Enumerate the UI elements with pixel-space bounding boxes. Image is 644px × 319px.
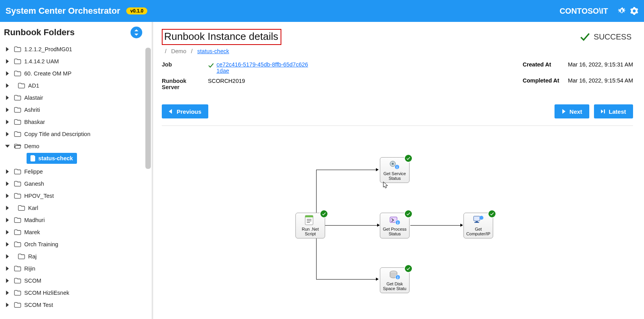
folder-row[interactable]: Ganesh [4,177,148,190]
folder-row[interactable]: AD1 [4,79,148,91]
previous-button[interactable]: Previous [162,104,208,118]
breadcrumb-leaf-link[interactable]: status-check [197,48,229,54]
folder-row[interactable]: SCOM HizliEsnek [4,287,148,299]
app-title: System Center Orchestrator [5,6,120,16]
top-bar: System Center Orchestrator v0.1.0 CONTOS… [0,0,644,22]
folder-row[interactable]: Demo [4,140,148,152]
page-title: Runbook Instance details [162,29,281,45]
workflow-canvas[interactable]: Run .Net Script i Get Service Status i G… [162,129,633,301]
computer-network-icon [472,215,485,226]
selected-runbook[interactable]: status-check [27,153,77,164]
svg-rect-13 [476,221,478,222]
status-success-icon [404,264,413,273]
folder-row[interactable]: Rijin [4,262,148,274]
folder-row[interactable]: 1.4.14.2 UAM [4,55,148,67]
version-badge: v0.1.0 [126,7,147,14]
completed-at-value: Mar 16, 2022, 9:15:54 AM [568,77,633,90]
debug-icon[interactable] [617,7,626,15]
previous-button-label: Previous [177,108,201,115]
status-badge: SUCCESS [580,31,631,42]
status-success-icon [404,210,413,218]
folder-row[interactable]: 60. Create OM MP [4,67,148,79]
right-arrow-icon [562,109,565,114]
settings-gear-icon[interactable] [630,7,639,15]
svg-rect-1 [305,215,313,217]
check-icon [208,62,214,68]
node-label: Get Service Status [383,171,406,181]
status-success-icon [404,154,413,163]
left-arrow-icon [169,109,173,114]
gears-info-icon: i [388,159,401,170]
job-label: Job [162,61,201,68]
node-label: Get Disk Space Statu [383,281,406,291]
collapse-sidebar-button[interactable] [131,27,142,38]
completed-at-label: Completed At [522,77,559,90]
latest-button-label: Latest [609,108,626,115]
node-label: Get Computer/IP [466,227,490,236]
nav-button-row: Previous Next Latest [162,104,633,126]
breadcrumb-root: Demo [171,48,186,54]
job-id-link[interactable]: ce72c416-5179-45db-8ffb-65d7c6261dae [216,61,309,74]
mouse-cursor-icon [383,181,388,188]
next-button[interactable]: Next [555,104,589,118]
status-success-icon [488,210,496,218]
runbook-server-value: SCORCH2019 [208,78,309,84]
folder-row[interactable]: SCOM [4,274,148,287]
folder-row[interactable]: 1.2.1.2_ProdMG01 [4,43,148,55]
workflow-node-get-disk[interactable]: i Get Disk Space Statu [380,267,410,293]
runbook-server-label: Runbook Server [162,78,201,90]
script-icon [304,215,317,226]
sidebar-title: Runbook Folders [4,27,131,38]
svg-text:i: i [397,165,398,169]
folder-tree: 1.2.1.2_ProdMG011.4.14.2 UAM60. Create O… [4,43,148,319]
workflow-node-get-computer[interactable]: Get Computer/IP [463,213,493,238]
svg-point-3 [392,163,394,165]
skip-end-icon [601,109,605,114]
status-text: SUCCESS [594,32,631,41]
scrollbar-thumb[interactable] [145,48,151,169]
folder-row[interactable]: Orch Training [4,238,148,250]
workflow-node-get-process[interactable]: i Get Process Status [380,213,410,238]
latest-button[interactable]: Latest [594,104,633,118]
status-success-icon [320,210,328,218]
created-at-label: Created At [522,61,559,74]
folder-row[interactable]: HPOV_Test [4,190,148,202]
folder-row[interactable]: Madhuri [4,214,148,226]
svg-rect-12 [474,216,480,221]
process-info-icon: i [388,215,401,226]
svg-point-15 [479,216,483,220]
folder-row[interactable]: Copy Title and Description [4,128,148,140]
user-label: CONTOSO\IT [560,7,608,16]
svg-rect-14 [474,222,479,223]
sidebar: Runbook Folders 1.2.1.2_ProdMG011.4.14.2… [0,22,152,319]
disk-info-icon: i [388,269,401,280]
breadcrumb: / Demo / status-check [162,48,633,54]
folder-row[interactable]: Marek [4,226,148,238]
svg-text:i: i [397,276,399,280]
folder-row[interactable]: SCOM Test [4,299,148,311]
main-pane: SUCCESS Runbook Instance details / Demo … [153,22,644,319]
folder-row[interactable]: Felippe [4,165,148,177]
folder-row[interactable]: Karl [4,202,148,214]
node-label: Get Process Status [383,227,407,236]
folder-row[interactable]: Bhaskar [4,116,148,128]
workflow-node-run-script[interactable]: Run .Net Script [295,213,325,238]
check-icon [580,31,590,42]
folder-row[interactable]: Raj [4,250,148,262]
next-button-label: Next [569,108,582,115]
svg-text:i: i [397,221,399,225]
folder-row[interactable]: Alastair [4,91,148,104]
node-label: Run .Net Script [302,227,318,236]
folder-row[interactable]: Ashriti [4,104,148,116]
workflow-node-get-service[interactable]: i Get Service Status [380,157,410,183]
created-at-value: Mar 16, 2022, 9:15:31 AM [568,61,633,74]
